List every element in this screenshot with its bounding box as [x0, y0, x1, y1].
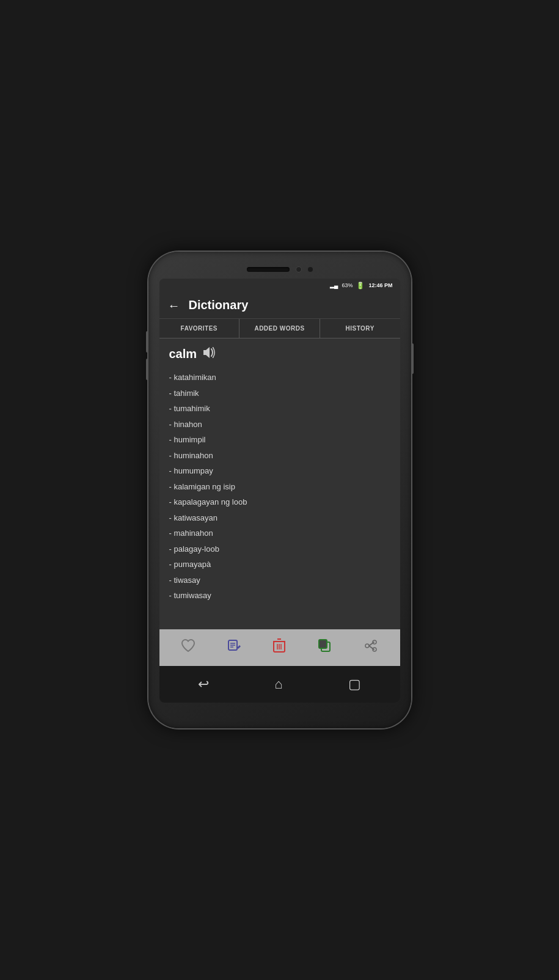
copy-icon	[318, 639, 332, 656]
delete-button[interactable]	[268, 637, 290, 659]
share-icon	[364, 639, 378, 656]
status-bar: ▂▄ 63% 🔋 12:46 PM	[159, 279, 400, 292]
list-item: - kapalagayan ng loob	[169, 494, 390, 510]
nav-recent-button[interactable]: ▢	[348, 676, 361, 692]
nav-back-icon: ↩	[198, 676, 209, 692]
tab-bar: FAVORITES ADDED WORDS HISTORY	[159, 319, 400, 338]
list-item: - tahimik	[169, 386, 390, 401]
battery-icon: 🔋	[356, 282, 365, 290]
list-item: - tumahimik	[169, 401, 390, 417]
status-time: 12:46 PM	[368, 282, 392, 288]
list-item: - tiwasay	[169, 572, 390, 588]
word-header: calm	[169, 347, 390, 361]
nav-home-icon: ⌂	[274, 676, 282, 692]
page-title: Dictionary	[189, 298, 249, 312]
edit-button[interactable]	[223, 637, 245, 659]
list-item: - katahimikan	[169, 370, 390, 386]
edit-icon	[227, 639, 241, 656]
content-area: calm - katahimikan- tahimik- tumahimik- …	[159, 338, 400, 629]
tab-history[interactable]: HISTORY	[320, 319, 400, 338]
speaker-icon[interactable]	[203, 347, 216, 361]
nav-bar: ↩ ⌂ ▢	[159, 666, 400, 703]
list-item: - kalamigan ng isip	[169, 479, 390, 495]
action-bar	[159, 629, 400, 666]
list-item: - tumiwasay	[169, 588, 390, 604]
phone-screen: ▂▄ 63% 🔋 12:46 PM ← Dictionary FAVORITES…	[159, 279, 400, 703]
nav-home-button[interactable]: ⌂	[274, 676, 282, 692]
trash-icon	[273, 638, 285, 657]
svg-rect-12	[319, 640, 327, 648]
tab-favorites[interactable]: FAVORITES	[159, 319, 240, 338]
translation-list: - katahimikan- tahimik- tumahimik- hinah…	[169, 370, 390, 604]
list-item: - huminahon	[169, 448, 390, 464]
favorite-button[interactable]	[177, 637, 199, 659]
list-item: - mahinahon	[169, 525, 390, 541]
list-item: - palagay-loob	[169, 541, 390, 557]
svg-marker-0	[203, 347, 210, 358]
back-button[interactable]: ←	[168, 299, 180, 312]
word-title: calm	[169, 347, 197, 361]
list-item: - hinahon	[169, 417, 390, 433]
tab-added-words[interactable]: ADDED WORDS	[239, 319, 320, 338]
battery-percent: 63%	[342, 282, 353, 288]
heart-icon	[181, 639, 195, 656]
list-item: - humimpil	[169, 432, 390, 448]
nav-back-button[interactable]: ↩	[198, 676, 209, 692]
nav-recent-icon: ▢	[348, 676, 361, 692]
copy-button[interactable]	[314, 637, 336, 659]
signal-icon: ▂▄	[330, 282, 338, 288]
list-item: - pumayapà	[169, 557, 390, 572]
app-header: ← Dictionary	[159, 292, 400, 319]
list-item: - humumpay	[169, 463, 390, 479]
share-button[interactable]	[360, 637, 382, 659]
list-item: - katiwasayan	[169, 510, 390, 526]
